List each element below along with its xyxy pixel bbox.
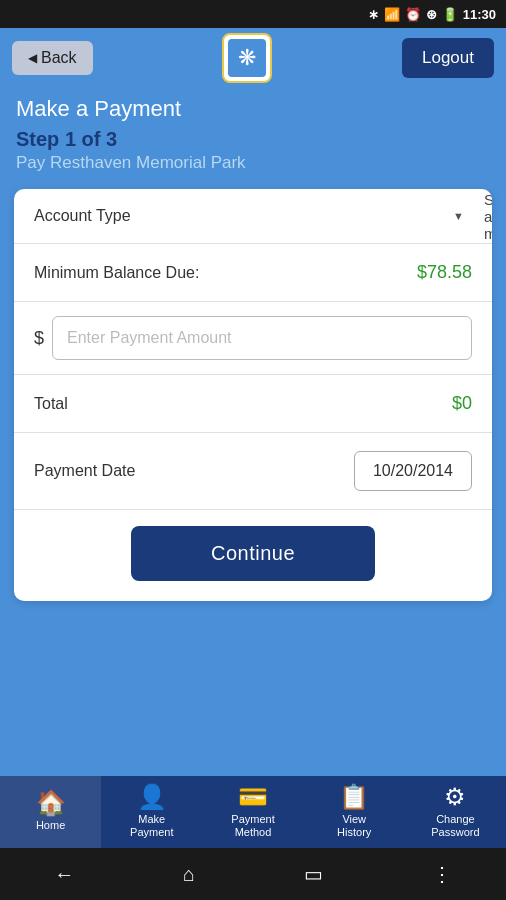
payment-amount-row: $ — [14, 302, 492, 375]
wifi-icon: ⊛ — [426, 7, 437, 22]
continue-button[interactable]: Continue — [131, 526, 375, 581]
account-type-label: Account Type — [34, 207, 131, 225]
logo — [222, 33, 272, 83]
android-recent-button[interactable]: ▭ — [304, 862, 323, 886]
android-menu-button[interactable]: ⋮ — [432, 862, 452, 886]
back-button[interactable]: Back — [12, 41, 93, 75]
minimum-balance-row: Minimum Balance Due: $78.58 — [14, 244, 492, 302]
account-type-row: Account Type Select a method Checking Sa… — [14, 189, 492, 244]
android-nav-bar: ← ⌂ ▭ ⋮ — [0, 848, 506, 900]
nav-label-payment-method: PaymentMethod — [231, 813, 274, 839]
view-history-icon: 📋 — [339, 785, 369, 809]
nav-item-payment-method[interactable]: 💳 PaymentMethod — [202, 776, 303, 848]
main-card: Account Type Select a method Checking Sa… — [14, 189, 492, 601]
status-icons: ∗ 📶 ⏰ ⊛ 🔋 11:30 — [368, 7, 496, 22]
battery-icon: 🔋 — [442, 7, 458, 22]
nav-label-change-password: ChangePassword — [431, 813, 479, 839]
home-icon: 🏠 — [36, 791, 66, 815]
continue-row: Continue — [14, 510, 492, 601]
pay-label: Pay Resthaven Memorial Park — [16, 153, 490, 173]
step-label: Step 1 of 3 — [16, 128, 490, 151]
logo-inner — [228, 39, 266, 77]
payment-date-button[interactable]: 10/20/2014 — [354, 451, 472, 491]
payment-amount-input[interactable] — [52, 316, 472, 360]
signal-icon: 📶 — [384, 7, 400, 22]
payment-date-label: Payment Date — [34, 462, 135, 480]
status-bar: ∗ 📶 ⏰ ⊛ 🔋 11:30 — [0, 0, 506, 28]
alarm-icon: ⏰ — [405, 7, 421, 22]
change-password-icon: ⚙ — [444, 785, 466, 809]
nav-item-make-payment[interactable]: 👤 MakePayment — [101, 776, 202, 848]
bluetooth-icon: ∗ — [368, 7, 379, 22]
total-label: Total — [34, 395, 68, 413]
nav-label-view-history: ViewHistory — [337, 813, 371, 839]
nav-item-view-history[interactable]: 📋 ViewHistory — [304, 776, 405, 848]
nav-label-home: Home — [36, 819, 65, 832]
dollar-sign: $ — [34, 328, 44, 349]
total-row: Total $0 — [14, 375, 492, 433]
nav-item-home[interactable]: 🏠 Home — [0, 776, 101, 848]
android-home-button[interactable]: ⌂ — [183, 863, 195, 886]
android-back-button[interactable]: ← — [54, 863, 74, 886]
header: Back Logout — [0, 28, 506, 88]
bottom-nav: 🏠 Home 👤 MakePayment 💳 PaymentMethod 📋 V… — [0, 776, 506, 848]
page-title-area: Make a Payment Step 1 of 3 Pay Resthaven… — [0, 88, 506, 189]
make-payment-icon: 👤 — [137, 785, 167, 809]
payment-method-icon: 💳 — [238, 785, 268, 809]
minimum-balance-value: $78.58 — [417, 262, 472, 283]
nav-label-make-payment: MakePayment — [130, 813, 173, 839]
payment-date-row: Payment Date 10/20/2014 — [14, 433, 492, 510]
page-title: Make a Payment — [16, 96, 490, 122]
clock: 11:30 — [463, 7, 496, 22]
minimum-balance-label: Minimum Balance Due: — [34, 264, 199, 282]
logout-button[interactable]: Logout — [402, 38, 494, 78]
total-value: $0 — [452, 393, 472, 414]
nav-item-change-password[interactable]: ⚙ ChangePassword — [405, 776, 506, 848]
